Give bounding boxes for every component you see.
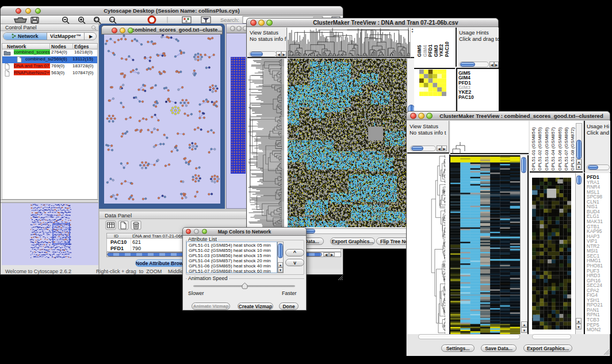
svg-text:GPL51-06 (GSM865): GPL51-06 (GSM865)	[557, 127, 563, 171]
svg-text:Search:: Search:	[220, 17, 239, 23]
svg-text:PFD1: PFD1	[427, 44, 433, 57]
svg-text:YKE2: YKE2	[438, 44, 444, 57]
svg-text:GPL51-04 (GSM857): GPL51-04 (GSM857)	[550, 127, 556, 171]
svg-text:GPL51-07 (GSM868): GPL51-07 (GSM868)	[564, 127, 569, 171]
svg-text:GPL51-08 (GSM872): GPL51-08 (GSM872)	[570, 127, 575, 171]
svg-text:1:1: 1:1	[110, 18, 114, 22]
svg-text:PAC10: PAC10	[444, 41, 450, 57]
svg-text:GPL51-03 (GSM856): GPL51-03 (GSM856)	[544, 127, 549, 171]
svg-text:GPL51-02 (GSM855): GPL51-02 (GSM855)	[537, 127, 542, 171]
svg-text:GPL51-01 (GSM854): GPL51-01 (GSM854)	[531, 127, 536, 171]
svg-text:GIM5: GIM5	[416, 45, 422, 57]
